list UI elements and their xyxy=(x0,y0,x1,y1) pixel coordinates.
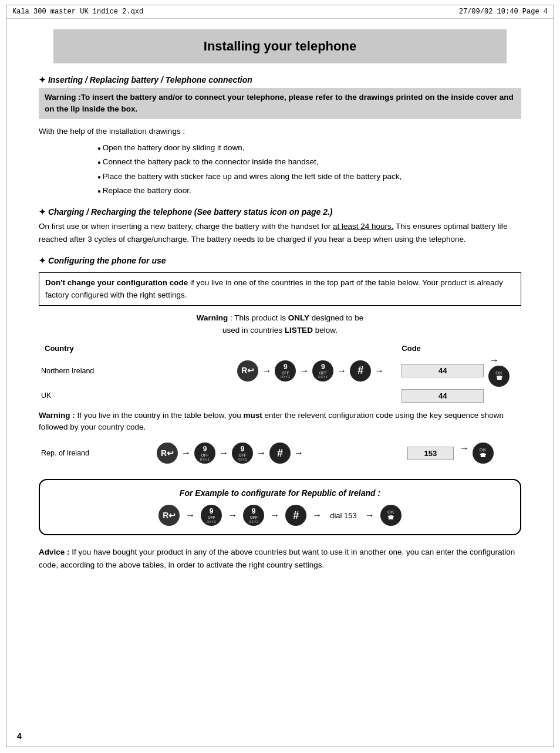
ex-ok-button: OK ☎ xyxy=(380,505,402,526)
arrow-icon: → xyxy=(257,448,266,458)
section-configuring: Configuring the phone for use Don't chan… xyxy=(39,256,521,535)
example-sequence: R↩ → 9 OFF RΧYZ → 9 OFF xyxy=(52,505,508,526)
section-charging: Charging / Recharging the telephone (See… xyxy=(39,207,521,245)
country-name: Northern Ireland xyxy=(39,354,235,388)
header-right: 27/09/02 10:40 Page 4 xyxy=(459,8,548,16)
only-warning-listed: LISTED xyxy=(285,326,313,335)
nine-off-button-2: 9 OFF RΧYZ xyxy=(232,443,253,464)
arrow-icon: → xyxy=(294,448,303,458)
country-name: UK xyxy=(39,388,235,404)
charge-underline: at least 24 hours. xyxy=(333,222,394,231)
hash-button: # xyxy=(350,360,371,381)
code-value: 44 xyxy=(402,389,484,403)
ok-button: OK ☎ xyxy=(488,366,510,387)
list-item: Open the battery door by sliding it down… xyxy=(97,142,521,154)
code-value-bottom: 153 xyxy=(407,447,454,460)
ok-inner-bottom: OK ☎ xyxy=(480,448,487,459)
advice-section: Advice : If you have bought your product… xyxy=(39,546,521,571)
arrow-icon: → xyxy=(299,366,309,376)
ok-cell-bottom: → OK ☎ xyxy=(456,439,521,467)
page-border: Kala 300 master UK indice 2.qxd 27/09/02… xyxy=(6,5,554,747)
seq-row-bottom: R↩ → 9 OFF RΧYZ xyxy=(157,443,403,464)
arrow-icon: → xyxy=(262,366,271,376)
top-config-table: Country Code Northern Ireland xyxy=(39,343,521,404)
table-row: UK 44 xyxy=(39,388,521,404)
nine-off-button-1: 9 OFF RΧYZ xyxy=(194,443,215,464)
sub-warning: Warning : If you live in the country in … xyxy=(39,410,521,434)
nine-off-inner: 9 OFF RΧYZ xyxy=(238,445,248,461)
only-warning-colon: : This product is xyxy=(228,313,288,322)
arrow-icon: → xyxy=(312,510,322,521)
hash-icon: # xyxy=(277,448,283,460)
r-icon: R↩ xyxy=(161,449,174,458)
country-name: Rep. of Ireland xyxy=(39,439,154,467)
arrow-icon: → xyxy=(365,510,375,521)
ireland-example-box: For Example to configurate for Republic … xyxy=(39,479,521,535)
sub-warning-must: must xyxy=(243,411,262,420)
arrow-icon: → xyxy=(219,448,228,458)
title-box: Installing your telephone xyxy=(53,29,507,63)
r-icon: R↩ xyxy=(163,511,176,520)
advice-label: Advice : xyxy=(39,548,70,556)
ok-cell-empty xyxy=(486,388,521,404)
section1-intro: With the help of the installation drawin… xyxy=(39,125,521,138)
nine-off-inner: 9 OFF RΧYZ xyxy=(318,363,328,379)
ok-button-bottom: OK ☎ xyxy=(473,443,494,464)
arrow-icon: → xyxy=(185,510,195,521)
hash-icon: # xyxy=(293,510,299,522)
charging-text: On first use or when inserting a new bat… xyxy=(39,220,521,245)
r-button: R↩ xyxy=(157,443,178,464)
bordered-warning-bold: Don't change your configuration code xyxy=(45,278,188,287)
only-warning-only: ONLY xyxy=(288,313,309,322)
button-sequence: R↩ → 9 OFF RΧYZ xyxy=(235,354,399,388)
main-content: Inserting / Replacing battery / Telephon… xyxy=(6,75,554,572)
only-warning-text: Warning : This product is ONLY designed … xyxy=(39,312,521,337)
ex-hash-button: # xyxy=(285,505,306,526)
sub-warning-text: If you live in the country in the table … xyxy=(75,411,244,420)
only-warning-below: below. xyxy=(313,326,338,335)
ex-r-button: R↩ xyxy=(158,505,180,526)
nine-off-button-1: 9 OFF RΧYZ xyxy=(275,360,296,381)
section-inserting: Inserting / Replacing battery / Telephon… xyxy=(39,75,521,197)
header-left: Kala 300 master UK indice 2.qxd xyxy=(12,8,143,16)
charge-text1: On first use or when inserting a new bat… xyxy=(39,222,333,231)
button-sequence-bottom: R↩ → 9 OFF RΧYZ xyxy=(154,439,405,467)
sub-warning-bold: Warning : xyxy=(39,411,75,420)
table-row: Rep. of Ireland R↩ → 9 xyxy=(39,439,521,467)
hash-icon: # xyxy=(357,365,363,377)
header-bar: Kala 300 master UK indice 2.qxd 27/09/02… xyxy=(6,5,554,19)
col-header-sequence xyxy=(235,343,399,354)
code-cell: 44 xyxy=(399,388,486,404)
page-title: Installing your telephone xyxy=(65,39,495,54)
ok-inner: OK ☎ xyxy=(495,371,502,382)
ok-cell: → OK ☎ xyxy=(486,354,521,388)
page-number: 4 xyxy=(17,731,22,741)
section1-warning: Warning :To insert the battery and/or to… xyxy=(39,88,521,119)
config-table-top: Country Code Northern Ireland xyxy=(39,343,521,404)
code-value: 44 xyxy=(402,364,484,377)
ex-nine-off-1: 9 OFF RΧYZ xyxy=(201,505,222,526)
r-icon: R↩ xyxy=(241,366,254,375)
section2-header-suffix: (See battery status icon on page 2.) xyxy=(192,207,333,217)
list-item: Replace the battery door. xyxy=(97,185,521,197)
arrow-icon: → xyxy=(490,355,499,365)
button-sequence-empty xyxy=(235,388,399,404)
nine-off-inner: 9 OFF RΧYZ xyxy=(281,363,291,379)
code-cell-bottom: 153 xyxy=(405,439,456,467)
r-button: R↩ xyxy=(237,360,258,381)
section3-header: Configuring the phone for use xyxy=(39,256,521,265)
dial-text: dial 153 xyxy=(330,511,357,520)
arrow-icon: → xyxy=(337,366,346,376)
col-header-code: Code xyxy=(399,343,486,354)
arrow-icon: → xyxy=(375,366,384,376)
section2-header: Charging / Recharging the telephone (See… xyxy=(39,207,521,217)
col-header-ok xyxy=(486,343,521,354)
example-title: For Example to configurate for Republic … xyxy=(52,488,508,498)
nine-off-inner: 9 OFF RΧYZ xyxy=(249,508,259,523)
advice-text: If you have bought your product in any o… xyxy=(39,548,515,569)
nine-off-button-2: 9 OFF RΧYZ xyxy=(312,360,333,381)
arrow-icon: → xyxy=(181,448,191,458)
arrow-icon: → xyxy=(460,443,469,453)
list-item: Connect the battery pack to the connecto… xyxy=(97,156,521,168)
section1-header: Inserting / Replacing battery / Telephon… xyxy=(39,75,521,85)
